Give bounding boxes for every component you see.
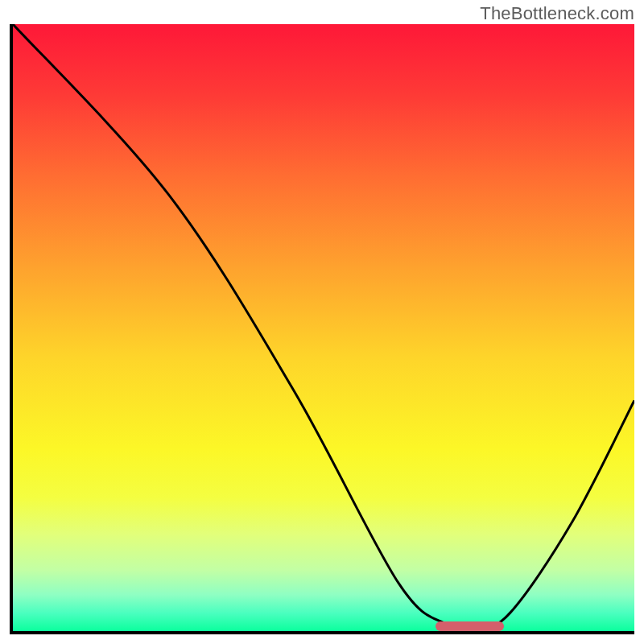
chart-plot-area [10,24,634,634]
watermark-text: TheBottleneck.com [480,3,634,24]
optimal-range-marker [436,621,504,631]
bottleneck-curve [13,24,634,631]
